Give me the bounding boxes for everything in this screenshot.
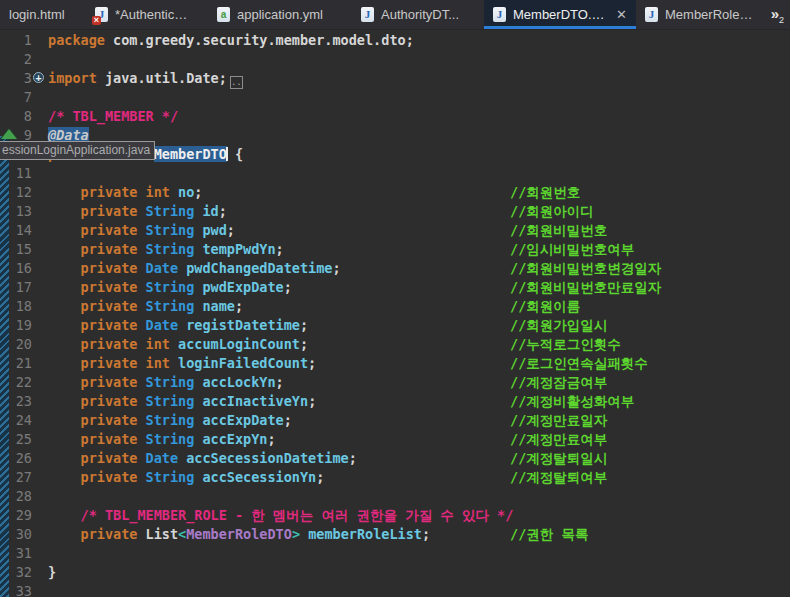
code-text: private String accLockYn;	[48, 373, 284, 392]
code-text: private int no;	[48, 183, 202, 202]
tab-label: MemberDTO.java	[513, 7, 605, 22]
code-line[interactable]: 2	[0, 50, 790, 69]
code-line[interactable]: 21 private int loginFailedCount;//로그인연속실…	[0, 354, 790, 373]
code-line[interactable]: 23 private String accInactiveYn;//계정비활성화…	[0, 392, 790, 411]
java-error-file-icon: J	[95, 7, 108, 22]
line-comment: //로그인연속실패횟수	[510, 354, 648, 373]
code-text: private String accExpYn;	[48, 430, 276, 449]
tab-application-yml[interactable]: aapplication.yml	[208, 0, 342, 29]
tab-memberdto-java[interactable]: JMemberDTO.java✕	[484, 0, 636, 29]
tab-label: login.html	[9, 7, 65, 22]
code-text: private String tempPwdYn;	[48, 240, 284, 259]
code-text: private String accInactiveYn;	[48, 392, 316, 411]
line-number: 25	[0, 430, 32, 449]
code-text: import java.util.Date;..	[48, 69, 243, 89]
code-line[interactable]: 26 private Date accSecessionDatetime;//계…	[0, 449, 790, 468]
line-number: 16	[0, 259, 32, 278]
line-number: 22	[0, 373, 32, 392]
fold-expand-icon[interactable]: +	[33, 72, 44, 83]
code-line[interactable]: 3+import java.util.Date;..	[0, 69, 790, 88]
code-line[interactable]: 20 private int accumLoginCount;//누적로그인횟수	[0, 335, 790, 354]
line-number: 1	[0, 31, 32, 50]
line-number: 12	[0, 183, 32, 202]
code-line[interactable]: 14 private String pwd;//회원비밀번호	[0, 221, 790, 240]
line-comment: //권한 목록	[510, 525, 588, 544]
green-triangle-marker-icon	[1, 129, 17, 139]
line-number: 29	[0, 506, 32, 525]
line-number: 26	[0, 449, 32, 468]
tab-overflow-indicator[interactable]: »2	[771, 5, 784, 29]
code-line[interactable]: 19 private Date registDatetime;//회원가입일시	[0, 316, 790, 335]
code-text: /* TBL_MEMBER_ROLE - 한 멤버는 여러 권한을 가질 수 있…	[48, 506, 513, 525]
line-comment: //회원비밀번호	[510, 221, 607, 240]
tab-overflow-count: 2	[779, 15, 784, 25]
line-comment: //회원이름	[510, 297, 580, 316]
code-line[interactable]: 8/* TBL_MEMBER */	[0, 107, 790, 126]
code-line[interactable]: 33	[0, 582, 790, 597]
code-line[interactable]: 16 private Date pwdChangedDatetime;//회원비…	[0, 259, 790, 278]
line-number: 20	[0, 335, 32, 354]
tab-authoritydt[interactable]: JAuthorityDT...	[352, 0, 478, 29]
close-icon[interactable]: ✕	[616, 7, 627, 22]
code-area: 1package com.greedy.security.member.mode…	[0, 31, 790, 597]
line-number: 3	[0, 69, 32, 88]
code-line[interactable]: 30 private List<MemberRoleDTO> memberRol…	[0, 525, 790, 544]
code-text: private int loginFailedCount;	[48, 354, 316, 373]
line-number: 30	[0, 525, 32, 544]
line-number: 11	[0, 164, 32, 183]
code-line[interactable]: 25 private String accExpYn;//계정만료여부	[0, 430, 790, 449]
code-line[interactable]: 11	[0, 164, 790, 183]
editor-tab-bar: login.htmlJ*Authentica...aapplication.ym…	[0, 0, 790, 30]
code-line[interactable]: 22 private String accLockYn;//계정잠금여부	[0, 373, 790, 392]
file-tooltip: essionLoginApplication.java	[0, 141, 155, 160]
line-number: 17	[0, 278, 32, 297]
code-line[interactable]: 15 private String tempPwdYn;//임시비밀번호여부	[0, 240, 790, 259]
line-comment: //회원비밀번호만료일자	[510, 278, 661, 297]
java-file-icon: J	[361, 7, 374, 22]
tab-authentica[interactable]: J*Authentica...	[86, 0, 200, 29]
line-number: 23	[0, 392, 32, 411]
code-line[interactable]: 29 /* TBL_MEMBER_ROLE - 한 멤버는 여러 권한을 가질 …	[0, 506, 790, 525]
code-line[interactable]: 32}	[0, 563, 790, 582]
line-comment: //회원번호	[510, 183, 580, 202]
tab-label: AuthorityDT...	[381, 7, 459, 22]
line-number: 31	[0, 544, 32, 563]
code-editor[interactable]: 1package com.greedy.security.member.mode…	[0, 30, 790, 597]
line-number: 18	[0, 297, 32, 316]
code-line[interactable]: 7	[0, 88, 790, 107]
tab-login-html[interactable]: login.html	[0, 0, 84, 29]
line-number: 32	[0, 563, 32, 582]
code-text: private List<MemberRoleDTO> memberRoleLi…	[48, 525, 430, 544]
java-file-icon: J	[645, 7, 658, 22]
code-text: private String pwd;	[48, 221, 235, 240]
java-file-icon: J	[493, 7, 506, 22]
code-text: private String accExpDate;	[48, 411, 292, 430]
line-number: 27	[0, 468, 32, 487]
code-text: package com.greedy.security.member.model…	[48, 31, 414, 50]
code-text: private String name;	[48, 297, 243, 316]
line-number: 7	[0, 88, 32, 107]
code-line[interactable]: 13 private String id;//회원아이디	[0, 202, 790, 221]
line-comment: //계정탈퇴일시	[510, 449, 607, 468]
code-line[interactable]: 27 private String accSecessionYn;//계정탈퇴여…	[0, 468, 790, 487]
code-line[interactable]: 12 private int no;//회원번호	[0, 183, 790, 202]
tab-label: *Authentica...	[115, 7, 191, 22]
code-line[interactable]: 31	[0, 544, 790, 563]
code-line[interactable]: 28	[0, 487, 790, 506]
yml-file-icon: a	[217, 7, 230, 22]
code-line[interactable]: 18 private String name;//회원이름	[0, 297, 790, 316]
code-line[interactable]: 24 private String accExpDate;//계정만료일자	[0, 411, 790, 430]
tab-label: MemberRoleD...	[665, 7, 753, 22]
code-line[interactable]: 1package com.greedy.security.member.mode…	[0, 31, 790, 50]
line-number: 13	[0, 202, 32, 221]
line-comment: //누적로그인횟수	[510, 335, 621, 354]
code-text: private Date accSecessionDatetime;	[48, 449, 357, 468]
line-number: 14	[0, 221, 32, 240]
code-line[interactable]: 17 private String pwdExpDate;//회원비밀번호만료일…	[0, 278, 790, 297]
code-text: private String accSecessionYn;	[48, 468, 324, 487]
line-comment: //계정만료일자	[510, 411, 607, 430]
tab-memberroled[interactable]: JMemberRoleD...	[636, 0, 762, 29]
line-number: 15	[0, 240, 32, 259]
line-number: 8	[0, 107, 32, 126]
line-number: 24	[0, 411, 32, 430]
